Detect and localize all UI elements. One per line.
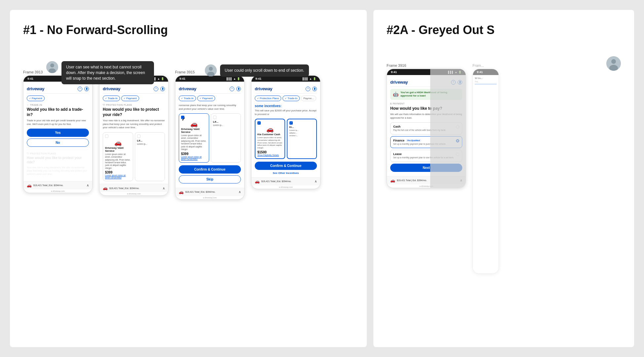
frame-second-right-wrapper: Fram... 9:41 W tra... Tra... — [473, 63, 499, 274]
help-icon-3914[interactable]: ? — [154, 87, 158, 91]
frame-3916: 9:41 ▌▌▌ ▲ 🔋 driveway ? 👤 — [387, 69, 466, 188]
tab-protection-3927[interactable]: ✓ Protection Plans — [255, 96, 281, 101]
see-other-3927[interactable]: See Other Incentives — [255, 172, 317, 175]
driveway-logo-3916: driveway — [390, 80, 408, 85]
status-bar-second-right: 9:41 — [473, 69, 499, 75]
frame-3914-content: driveway ? 👤 ✓ Trade-In ✓ Payment 🛡 PROT… — [99, 82, 168, 184]
checkbox-ki2-3927[interactable]: ✓ — [289, 121, 293, 125]
confirm-button-3927[interactable]: Confirm & Continue — [255, 162, 317, 170]
section-left: #1 - No Forward-Scrolling User can see w… — [10, 10, 367, 347]
incentive-desc2b-3927: adipisc... — [289, 132, 315, 135]
incentives-text-3927: This will save you $2000 off your purcha… — [255, 109, 317, 116]
time-3916: 9:41 — [391, 70, 397, 74]
section-label-protection-3914: 🛡 PROTECTION PLANS — [103, 104, 165, 106]
frames-row: Frame 3913 9:41 ▌▌▌ ▲ 🔋 driveway — [23, 70, 354, 200]
price-info-3915: 🚗 $19,421 Total | Est. $394/mo. — [179, 190, 215, 194]
incentive-title2-3927: Ki... — [289, 126, 315, 129]
tab-tradein-3927[interactable]: ✓ Trade-In — [283, 96, 300, 101]
expand-btn-3915[interactable]: ∧ — [239, 190, 241, 194]
tab-payment-3927[interactable]: Payme... — [301, 96, 316, 101]
incentive-desc2c-3927: ornare t... — [289, 135, 315, 137]
website-3915: a-driveway.com — [175, 196, 244, 199]
card-desc-valet-3914: Lorem ipsum dolor sit amet, consectetur … — [105, 153, 131, 170]
tab-payment-3914[interactable]: ✓ Payment — [121, 96, 139, 101]
checkbox-life-3914[interactable] — [137, 135, 140, 138]
frame-3916-wrapper: Frame 3916 9:41 ▌▌▌ ▲ 🔋 driveway — [387, 63, 466, 274]
car-icon-3913: 🚗 — [27, 183, 32, 188]
price-info-3916: 🚗 $19,421 Total | Est. $394/mo. — [390, 178, 427, 183]
incentive-desc2-3927: Lorem ip... — [289, 129, 315, 132]
section-label-tradein-3913: ← TRADE-IN — [27, 104, 89, 106]
card-link-valet-3914[interactable]: Lorem ipsum dolor sit amet consectetur — [105, 174, 131, 179]
card-valet-3915[interactable]: ✓ 🚗 Driveway Valet Service Lorem ipsum d… — [179, 113, 209, 163]
tab-tradein-3914[interactable]: ✓ Trade-In — [103, 96, 120, 101]
avatar-1 — [46, 61, 58, 73]
card-title-life-3914: Lif... — [137, 139, 163, 142]
tab-payment-3913[interactable]: ✓ Payment — [27, 96, 45, 101]
skip-button-3915[interactable]: Skip — [179, 175, 241, 183]
checkbox-kia-3927[interactable]: ✓ — [257, 121, 261, 125]
expand-btn-3914[interactable]: ∧ — [163, 186, 165, 190]
body-text-3914: Your new ride is a big investment. We of… — [103, 119, 165, 130]
progress-tabs-3914: ✓ Trade-In ✓ Payment — [103, 96, 165, 101]
card-desc-life-3915: Lorem ip... — [213, 124, 239, 127]
cards-row-3914: 🚗 Driveway Valet Service Lorem ipsum dol… — [103, 132, 165, 181]
price-text-3913: $19,421 Total | Est. $394/mo. — [33, 184, 63, 186]
confirm-button-3915[interactable]: Confirm & Continue — [179, 165, 241, 174]
incentives-heading-3927: some incentives: — [255, 104, 317, 108]
frame-3916-label: Frame 3916 — [387, 63, 406, 67]
help-icon-3915[interactable]: ? — [230, 87, 234, 91]
driveway-header-3927: driveway ? 👤 — [255, 84, 317, 94]
expand-btn-3913[interactable]: ∧ — [87, 183, 89, 187]
car-icon-3914: 🚗 — [103, 186, 108, 190]
price-text-3915: $19,421 Total | Est. $394/mo. — [185, 191, 215, 193]
person-icon-3927[interactable]: 👤 — [312, 87, 317, 91]
comment-bubble-1: User can see what is next but cannot scr… — [46, 61, 154, 84]
card-valet-3914[interactable]: 🚗 Driveway Valet Service Lorem ipsum dol… — [103, 132, 133, 181]
card-life-3914[interactable]: Lif... Lorem ip... — [135, 132, 165, 181]
tab-tradein-3915[interactable]: ✓ Trade-In — [179, 96, 196, 101]
card-life-3915[interactable]: Lif... Lorem ip... — [211, 113, 241, 163]
frame-3915: 9:41 ▌▌▌ ▲ 🔋 driveway ? 👤 — [175, 75, 245, 200]
checkbox-life-3915[interactable] — [213, 116, 216, 119]
person-icon-3915[interactable]: 👤 — [236, 87, 241, 91]
car-icon-3927: 🚗 — [255, 179, 260, 184]
driveway-header-3914: driveway ? 👤 — [103, 84, 165, 94]
frame-3915-content: driveway ? 👤 ✓ Trade-In ✓ Payment nonsen… — [175, 82, 244, 188]
bottom-bar-3927: 🚗 $19,421 Total | Est. $394/mo. ∧ — [251, 177, 320, 185]
price-text-3914: $19,421 Total | Est. $394/mo. — [109, 187, 139, 189]
section-right: #2A - Greyed Out S Frame 3916 9:41 — [373, 10, 634, 347]
yes-button-3913[interactable]: Yes — [27, 129, 89, 137]
section-right-title: #2A - Greyed Out S — [387, 23, 621, 37]
person-icon-3913[interactable]: 👤 — [84, 87, 89, 91]
card-price-valet-3914: $399 — [105, 171, 131, 174]
person-icon-3914[interactable]: 👤 — [160, 87, 165, 91]
header-icons-3913: ? 👤 — [78, 87, 89, 91]
tab-payment-3915[interactable]: ✓ Payment — [197, 96, 215, 101]
status-icons-3927: ▌▌▌ ▲ 🔋 — [303, 77, 316, 80]
driveway-logo-3914: driveway — [103, 86, 120, 91]
heading-3913: Would you like to add a trade-in? — [27, 107, 89, 117]
incentive-ki2-3927[interactable]: ✓ Ki... Lorem ip... adipisc... ornare t.… — [287, 119, 317, 159]
expand-btn-3927[interactable]: ∧ — [315, 179, 317, 183]
time-3913: 9:41 — [27, 77, 33, 80]
next-body-3913: Your new ride is a big investment. We of… — [27, 166, 89, 176]
frame-3915-wrapper: Frame 3915 9:41 ▌▌▌ ▲ 🔋 driveway — [175, 70, 245, 200]
price-info-3927: 🚗 $19,421 Total | Est. $394/mo. — [255, 179, 291, 184]
main-canvas: #1 - No Forward-Scrolling User can see w… — [0, 0, 644, 357]
incentive-kia-3927[interactable]: ✓ 🚗 Kia Customer Cash Lorem ipsum dolor … — [255, 119, 285, 159]
incentive-price-3927: $1500 — [257, 150, 283, 154]
no-button-3913[interactable]: No — [27, 139, 89, 147]
help-icon-3913[interactable]: ? — [78, 87, 82, 91]
comment-text-1: User can see what is next but cannot scr… — [61, 61, 154, 84]
robot-icon-3916: 🤖 — [393, 92, 398, 97]
card-link-valet-3915[interactable]: Lorem ipsum dolor sit amet consectetur — [181, 156, 207, 160]
price-info-3914: 🚗 $19,421 Total | Est. $394/mo. — [103, 186, 139, 190]
checkbox-valet-3915[interactable]: ✓ — [181, 116, 184, 119]
driveway-header-3915: driveway ? 👤 — [179, 84, 241, 94]
progress-tabs-3927: ✓ Protection Plans ✓ Trade-In Payme... — [255, 96, 317, 101]
help-icon-3927[interactable]: ? — [306, 87, 310, 91]
incentive-link-3927[interactable]: Show Eligibility Details — [257, 154, 283, 156]
bottom-bar-3915: 🚗 $19,421 Total | Est. $394/mo. ∧ — [175, 188, 244, 196]
checkbox-valet-3914[interactable] — [105, 135, 108, 138]
